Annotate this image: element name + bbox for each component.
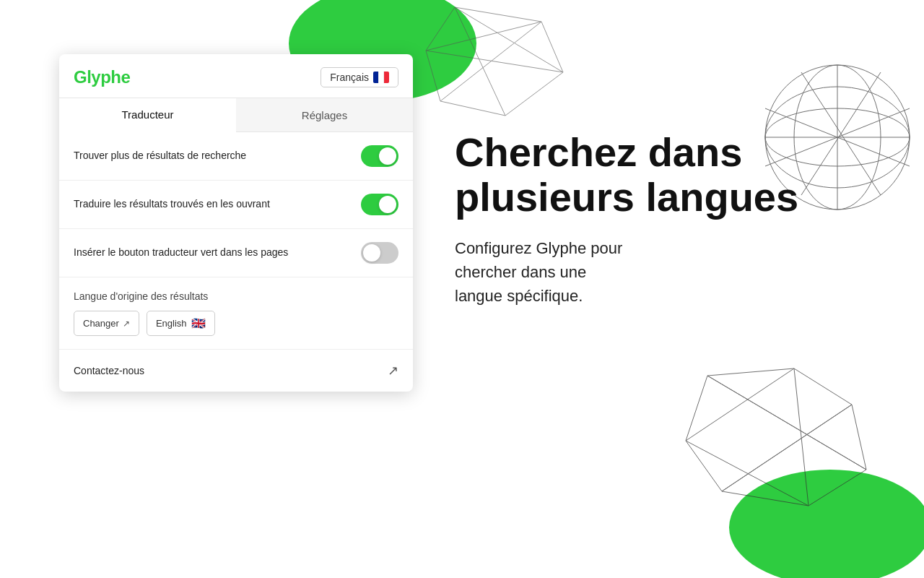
setting-insert-button-label: Insérer le bouton traducteur vert dans l…	[74, 246, 288, 260]
svg-line-25	[686, 441, 808, 506]
app-logo: Glyphe	[74, 67, 130, 87]
toggle-find-more-results[interactable]	[361, 145, 398, 167]
svg-line-19	[707, 376, 866, 470]
setting-find-more-results-label: Trouver plus de résultats de recherche	[74, 149, 246, 163]
current-language-button[interactable]: English 🇬🇧	[147, 311, 215, 336]
setting-insert-button: Insérer le bouton traducteur vert dans l…	[59, 229, 413, 277]
setting-translate-results-label: Traduire les résultats trouvés en les ou…	[74, 197, 270, 212]
toggle-insert-button[interactable]	[361, 242, 398, 264]
main-heading: Cherchez dans plusieurs langues	[455, 130, 873, 219]
toggle-translate-results[interactable]	[361, 194, 398, 215]
language-buttons-row: Changer ↗ English 🇬🇧	[74, 311, 398, 336]
contact-external-link-icon[interactable]: ↗	[388, 363, 398, 379]
sub-heading: Configurez Glyphe pour chercher dans une…	[455, 236, 873, 308]
panel-header: Glyphe Français	[59, 54, 413, 98]
language-selector-button[interactable]: Français	[321, 67, 398, 87]
uk-flag-icon: 🇬🇧	[191, 316, 206, 330]
svg-line-23	[794, 368, 808, 506]
contact-row: Contactez-nous ↗	[59, 350, 413, 392]
setting-translate-results: Traduire les résultats trouvés en les ou…	[59, 181, 413, 229]
svg-marker-1	[426, 7, 563, 116]
svg-line-22	[707, 376, 866, 470]
tab-bar: Traducteur Réglages	[59, 98, 413, 132]
french-flag-icon	[373, 72, 389, 83]
svg-line-21	[722, 405, 852, 491]
tab-reglages[interactable]: Réglages	[236, 98, 413, 131]
svg-point-17	[729, 470, 924, 578]
svg-line-5	[455, 7, 563, 72]
external-link-icon: ↗	[123, 319, 130, 329]
svg-marker-18	[686, 368, 866, 506]
svg-line-3	[440, 22, 541, 101]
language-label: Français	[330, 72, 369, 83]
svg-line-24	[722, 405, 852, 491]
language-origin-section: Langue d'origine des résultats Changer ↗…	[59, 277, 413, 350]
current-language-label: English	[156, 318, 187, 329]
settings-panel: Glyphe Français Traducteur Réglages Trou…	[59, 54, 413, 392]
svg-line-4	[426, 51, 563, 72]
hero-section: Cherchez dans plusieurs langues Configur…	[455, 130, 873, 308]
svg-line-20	[686, 368, 794, 441]
setting-find-more-results: Trouver plus de résultats de recherche	[59, 132, 413, 181]
tab-traducteur[interactable]: Traducteur	[59, 98, 236, 132]
changer-button[interactable]: Changer ↗	[74, 311, 139, 336]
svg-line-6	[426, 22, 541, 51]
contact-label: Contactez-nous	[74, 365, 144, 376]
language-origin-label: Langue d'origine des résultats	[74, 290, 398, 302]
svg-line-2	[455, 7, 505, 116]
